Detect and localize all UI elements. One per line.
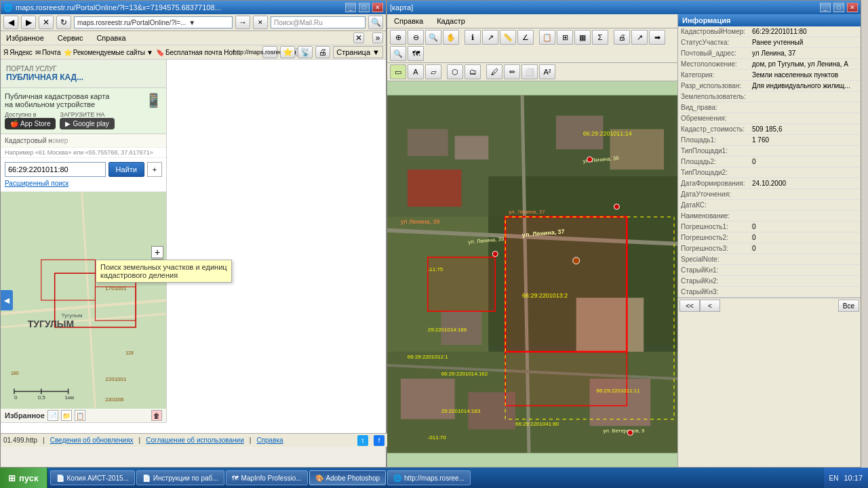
taskbar-lang: EN: [829, 474, 839, 482]
map-restore-button[interactable]: □: [833, 3, 844, 12]
map-toolbar-2: ▭ A ▱ ⬡ 🗂 🖊 ✏ ⬜ A²: [387, 63, 677, 81]
map-nav-left[interactable]: ◄: [1, 290, 13, 310]
zoom-in-map-btn[interactable]: ⊕: [390, 30, 406, 45]
fav-folder-button[interactable]: 📁: [61, 410, 72, 421]
info-label-11: ТипПлощади1:: [678, 146, 749, 157]
portal-title[interactable]: ПУБЛИЧНАЯ КАД...: [6, 73, 161, 82]
layer-btn[interactable]: 📋: [539, 30, 555, 45]
info-all-button[interactable]: Все: [838, 300, 859, 312]
expand-button[interactable]: »: [372, 33, 383, 43]
maximize-button[interactable]: □: [359, 3, 370, 12]
update-link[interactable]: Сведения об обновлениях: [50, 436, 134, 444]
rect2-btn[interactable]: ⬜: [521, 64, 538, 79]
search-bar[interactable]: Поиск@Mail.Ru: [271, 16, 366, 28]
table2-btn[interactable]: ▦: [574, 30, 591, 45]
taskbar-item-mapinfo[interactable]: 🗺 MapInfo Professio...: [226, 470, 308, 485]
bookmark-mail[interactable]: ✉ Почта: [35, 49, 61, 56]
measure-btn[interactable]: 📏: [500, 30, 516, 45]
zoom-in-button[interactable]: +: [151, 246, 163, 258]
google-play-button[interactable]: ▶ Google play: [60, 118, 114, 129]
sites-icon: ⭐: [64, 49, 72, 56]
info-prev-prev-button[interactable]: <<: [679, 300, 700, 312]
fav-import-button[interactable]: 📋: [75, 410, 85, 421]
feeds-btn[interactable]: 📡: [298, 46, 313, 58]
polyline-btn[interactable]: ⬡: [447, 64, 463, 79]
nav-go-button[interactable]: →: [235, 16, 250, 29]
export-btn[interactable]: ↗: [631, 30, 648, 45]
favorites-btn2[interactable]: ⭐: [280, 46, 295, 58]
svg-text:66:29:2201014:162: 66:29:2201014:162: [441, 371, 488, 377]
taskbar-item-photoshop[interactable]: 🎨 Adobe Photoshop: [309, 470, 387, 485]
print-btn[interactable]: 🖨: [315, 46, 330, 58]
info-prev-button[interactable]: <: [700, 300, 720, 312]
menu-item-help[interactable]: Справка: [94, 33, 128, 43]
menu-item-favorites[interactable]: Избранное: [3, 33, 47, 43]
fav-add-button[interactable]: 📄: [47, 410, 58, 421]
stop-button[interactable]: ✕: [39, 16, 54, 29]
aerial-map-area[interactable]: 66:29:2201011:14 29:2201014:186 66:29:22…: [387, 81, 677, 467]
plus-button[interactable]: +: [147, 162, 162, 177]
draw2-btn[interactable]: ✏: [504, 64, 520, 79]
info-label-3: Местоположение:: [678, 59, 749, 70]
map-icon-btn[interactable]: 🗺: [408, 46, 424, 61]
refresh-button[interactable]: ↻: [56, 16, 71, 29]
info-row-11: ТипПлощади1:: [678, 146, 861, 157]
find-button[interactable]: Найти: [108, 162, 144, 177]
print-map-btn[interactable]: 🖨: [614, 30, 630, 45]
bookmark-recommended[interactable]: ⭐ Рекомендуемые сайты ▼: [64, 49, 153, 56]
back-button[interactable]: ◀: [3, 16, 18, 29]
draw1-btn[interactable]: 🖊: [486, 64, 502, 79]
stop-nav-button[interactable]: ✕: [253, 16, 268, 29]
zoom-out-map-btn[interactable]: ⊖: [408, 30, 424, 45]
forward-button[interactable]: ▶: [21, 16, 36, 29]
map-minimize-button[interactable]: _: [820, 3, 831, 12]
info-btn[interactable]: ℹ: [465, 30, 481, 45]
menu-item-service[interactable]: Сервис: [55, 33, 86, 43]
page-menu[interactable]: Страница ▼: [333, 46, 383, 58]
menu-kadastr[interactable]: Кадастр: [434, 16, 468, 26]
rect-btn[interactable]: ▭: [390, 64, 406, 79]
polygon-btn[interactable]: ▱: [425, 64, 441, 79]
sigma-btn[interactable]: Σ: [592, 30, 608, 45]
select-btn[interactable]: ↗: [482, 30, 498, 45]
bookmark-yandex[interactable]: Я Яндекс: [3, 49, 33, 56]
cadastral-number-input[interactable]: [5, 162, 106, 177]
facebook-social-button[interactable]: f: [374, 435, 384, 446]
free-select-btn[interactable]: 🗂: [465, 64, 481, 79]
add-url-button[interactable]: http://maps.rosreestr.ru ↵: [262, 46, 277, 58]
fav-delete-button[interactable]: 🗑: [151, 410, 162, 421]
start-button[interactable]: ⊞ пуск: [0, 468, 47, 488]
close-sidebar-button[interactable]: ✕: [353, 33, 364, 43]
pan-btn[interactable]: ✋: [443, 30, 459, 45]
close-button[interactable]: ✕: [372, 3, 383, 12]
agreement-link[interactable]: Соглашение об использовании: [146, 436, 244, 444]
taskbar-item-browser[interactable]: 🌐 http://maps.rosree...: [387, 470, 471, 485]
arrow-right-btn[interactable]: ➡: [649, 30, 665, 45]
separator3: |: [250, 436, 252, 444]
info-label-15: ДатаУточнения:: [678, 189, 749, 200]
map-close-button[interactable]: ✕: [847, 3, 858, 12]
browser-status-bar: 01.499.http | Сведения об обновлениях | …: [1, 433, 387, 447]
info-value-21: [749, 254, 861, 265]
taskbar-item-aist[interactable]: 📄 Копия АИСТ-2015...: [50, 470, 135, 485]
bookmark-mail2[interactable]: 🔖 Бесплатная почта Hot...: [156, 49, 240, 56]
menu-spravka[interactable]: Справка: [391, 16, 426, 26]
circle-btn[interactable]: A: [408, 64, 424, 79]
app-store-button[interactable]: 🍎 App Store: [5, 118, 56, 129]
search-go-button[interactable]: 🔍: [368, 16, 383, 29]
address-bar[interactable]: maps.rosreestr.ru/PortalOnline/?l=... ▼: [74, 16, 233, 28]
angle-btn[interactable]: ∠: [517, 30, 534, 45]
taskbar-item-instructions[interactable]: 📄 Инструкции по раб...: [136, 470, 224, 485]
text-btn[interactable]: A²: [539, 64, 555, 79]
info-row-19: Погрешность2: 0: [678, 232, 861, 243]
advanced-search-link[interactable]: Расширенный поиск: [5, 180, 162, 187]
search-map-btn[interactable]: 🔍: [390, 46, 406, 61]
svg-rect-45: [505, 352, 627, 406]
zoom-rect-btn[interactable]: 🔍: [425, 30, 441, 45]
info-value-17: [749, 211, 861, 222]
table-btn[interactable]: ⊞: [557, 30, 573, 45]
twitter-social-button[interactable]: t: [357, 435, 368, 446]
info-value-13: [749, 167, 861, 178]
help-link[interactable]: Справка: [256, 436, 283, 444]
minimize-button[interactable]: _: [345, 3, 356, 12]
